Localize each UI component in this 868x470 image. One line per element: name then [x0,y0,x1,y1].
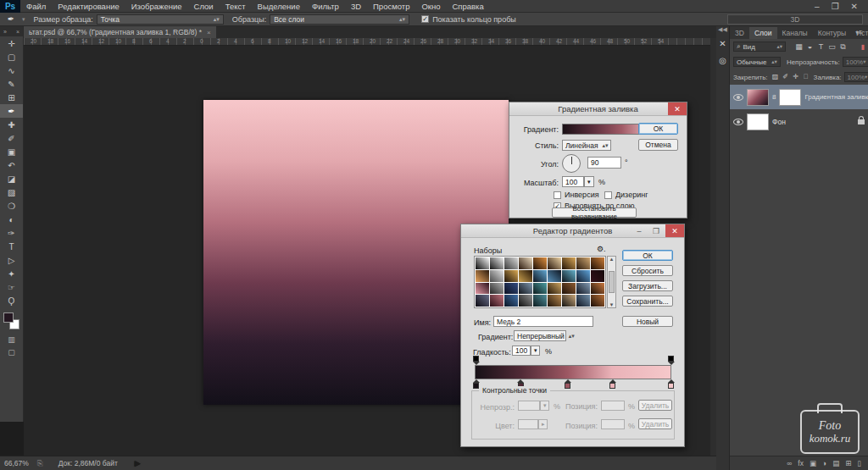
menu-item[interactable]: Выделение [252,0,306,13]
gradient-preset[interactable] [548,270,561,282]
menu-item[interactable]: Изображение [125,0,188,13]
tool-button[interactable]: ∿ [0,64,23,77]
gradient-preset[interactable] [562,295,576,307]
layer-row-background[interactable]: Фон [730,109,868,134]
layer-visibility-icon[interactable] [733,119,743,125]
filter-icon[interactable]: ⧉ [837,42,849,52]
tool-button[interactable]: ▢ [0,50,23,64]
gradient-preset[interactable] [490,257,504,269]
menu-item[interactable]: 3D [345,0,367,13]
fill-value[interactable]: 100%▾ [844,72,868,82]
lock-icon[interactable]: ▨ [771,73,781,81]
tool-button[interactable]: Ϙ [0,294,23,307]
blend-mode-dropdown[interactable]: Обычные▴▾ [733,57,781,67]
menu-item[interactable]: Просмотр [367,0,415,13]
gradient-preset[interactable] [533,295,547,307]
tool-button[interactable]: ▣ [0,145,23,158]
dialog-title-bar[interactable]: Градиентная заливка ✕ [509,102,687,116]
foreground-color-swatch[interactable] [3,312,14,323]
tool-button[interactable]: ✐ [0,131,23,145]
reverse-checkbox[interactable]: Инверсия [554,191,599,199]
gradient-preset[interactable] [476,257,489,269]
gradient-preset[interactable] [591,283,604,295]
panel-tab[interactable]: 3D [730,27,749,39]
tool-button[interactable]: ❍ [0,199,23,213]
presets-scrollbar[interactable]: ▲ ▼ [607,256,616,308]
minimize-button[interactable]: – [815,2,820,11]
background-layer-thumbnail[interactable] [747,113,769,130]
tool-button[interactable]: T [0,240,23,253]
lock-icon[interactable]: ✛ [791,73,801,81]
filter-icon[interactable]: ▦ [793,42,804,52]
opacity-value[interactable]: 100%▾ [843,57,868,67]
tool-button[interactable]: ◐ [0,213,23,226]
tool-button[interactable]: ◪ [0,172,23,185]
document-tab[interactable]: ьтат.psd @ 66,7% (Градиентная заливка 1,… [24,26,216,38]
menu-item[interactable]: Файл [20,0,52,13]
tool-button[interactable]: ▨ [0,185,23,199]
layer-visibility-icon[interactable] [733,94,743,101]
tool-button[interactable]: ☞ [0,280,23,294]
gradient-preset[interactable] [591,257,604,269]
opacity-stop[interactable] [472,356,480,365]
gradient-preset[interactable] [533,270,547,282]
color-stop[interactable] [564,379,571,390]
dialog-title-bar[interactable]: Редактор градиентов – ❐ ✕ [461,224,684,238]
footer-icon[interactable]: fx [798,459,804,467]
smoothness-caret-icon[interactable]: ▾ [531,346,540,356]
layer-row-gradient-fill[interactable]: 8 Градиентная заливка 1 [730,85,868,109]
menu-item[interactable]: Справка [447,0,490,13]
panel-tab[interactable]: Каналы [777,27,813,39]
mask-link-icon[interactable]: 8 [772,93,776,101]
cancel-button[interactable]: Отмена [638,139,678,151]
tool-button[interactable]: ✛ [0,36,23,50]
gradient-name-input[interactable]: Медь 2 [493,316,593,327]
filter-icon[interactable]: T [815,42,826,52]
show-sampling-ring-checkbox[interactable]: ✓ Показать кольцо пробы [421,15,516,24]
lock-icon[interactable]: ✐ [781,73,791,81]
gear-icon[interactable]: ⚙. [597,245,606,253]
gradient-preset[interactable] [548,283,561,295]
load-button[interactable]: Загрузить... [622,280,673,291]
color-stop[interactable] [667,379,675,390]
workspace-dropdown[interactable]: 3D [727,14,863,25]
style-dropdown[interactable]: Линейная▴▾ [562,140,611,151]
footer-icon[interactable]: ▣ [810,459,816,467]
gradient-type-dropdown[interactable]: Непрерывный▴▾ [514,330,566,341]
filter-toggle-icon[interactable]: ▮ [861,43,865,51]
gradient-preset[interactable] [548,295,561,307]
footer-icon[interactable]: ▯ [857,459,861,467]
panel-tab[interactable]: Слои [749,27,777,39]
gradient-preset[interactable] [562,283,576,295]
close-icon[interactable]: ✕ [668,102,687,115]
sample-size-dropdown[interactable]: Точка▴▾ [97,14,224,25]
footer-icon[interactable]: ⊞ [845,459,851,467]
gradient-layer-thumbnail[interactable] [747,89,769,106]
color-stop[interactable] [609,379,616,390]
reset-alignment-button[interactable]: Восстановить выравнивание [552,207,637,218]
scroll-down-icon[interactable]: ▼ [609,302,615,307]
gradient-preset[interactable] [519,283,532,295]
opacity-stop[interactable] [667,356,675,365]
close-button[interactable]: ✕ [851,2,858,11]
screen-mode-button[interactable]: ▢ [0,346,23,358]
gradient-preset[interactable] [504,270,518,282]
panel-close-icon[interactable]: × [16,29,19,35]
gradient-preset[interactable] [476,270,489,282]
filter-icon[interactable]: ◒ [804,42,815,52]
menu-item[interactable]: Слои [188,0,220,13]
gradient-preset[interactable] [490,283,504,295]
gradient-preset[interactable] [548,257,561,269]
status-menu-arrow-icon[interactable]: ▶ [135,459,141,467]
collapsed-panel-icon[interactable]: ✕ [716,35,729,52]
gradient-preset[interactable] [591,270,604,282]
gradient-preset[interactable] [504,283,518,295]
menu-item[interactable]: Текст [220,0,252,13]
tool-button[interactable]: ⊞ [0,91,23,104]
gradient-preset[interactable] [576,270,590,282]
gradient-preset[interactable] [576,295,590,307]
scroll-up-icon[interactable]: ▲ [609,257,615,262]
tool-button[interactable]: ✎ [0,77,23,91]
eyedropper-icon[interactable]: ✒ [0,14,22,24]
gradient-preset[interactable] [519,295,532,307]
